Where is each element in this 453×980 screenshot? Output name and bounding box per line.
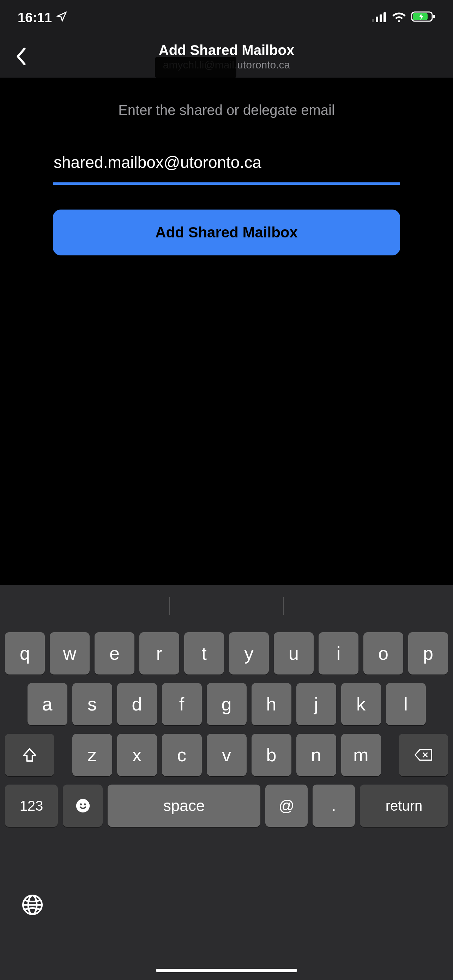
key-m[interactable]: m	[341, 734, 381, 776]
key-k[interactable]: k	[341, 683, 381, 725]
svg-rect-1	[376, 17, 378, 22]
key-h[interactable]: h	[251, 683, 291, 725]
key-a[interactable]: a	[27, 683, 67, 725]
key-j[interactable]: j	[296, 683, 336, 725]
key-s[interactable]: s	[72, 683, 112, 725]
key-shift[interactable]	[5, 734, 54, 776]
home-indicator[interactable]	[156, 969, 297, 972]
keyboard-predictive-bar	[0, 585, 453, 627]
status-left: 16:11	[17, 10, 67, 25]
key-period[interactable]: .	[313, 784, 355, 827]
svg-rect-0	[372, 19, 374, 22]
wifi-icon	[392, 10, 407, 25]
predictive-separator	[283, 597, 284, 615]
key-u[interactable]: u	[274, 632, 314, 675]
cellular-icon	[372, 10, 387, 25]
shared-mailbox-email-input[interactable]	[53, 150, 400, 185]
location-icon	[56, 10, 67, 25]
page-title: Add Shared Mailbox	[159, 42, 295, 58]
status-right	[372, 10, 436, 25]
keyboard-row-4: 123 space @ . return	[5, 784, 448, 827]
keyboard-bottom-bar	[0, 840, 453, 980]
key-t[interactable]: t	[184, 632, 224, 675]
key-x[interactable]: x	[117, 734, 157, 776]
svg-rect-3	[383, 12, 386, 22]
globe-icon[interactable]	[21, 894, 44, 916]
svg-point-11	[84, 803, 86, 805]
key-e[interactable]: e	[95, 632, 134, 675]
svg-rect-2	[380, 14, 382, 22]
key-backspace[interactable]	[399, 734, 448, 776]
predictive-separator	[169, 597, 170, 615]
add-shared-mailbox-button[interactable]: Add Shared Mailbox	[53, 210, 400, 255]
key-c[interactable]: c	[162, 734, 202, 776]
status-time: 16:11	[17, 10, 52, 25]
key-p[interactable]: p	[408, 632, 448, 675]
key-w[interactable]: w	[50, 632, 90, 675]
nav-titles: Add Shared Mailbox amychl.li@mail.utoron…	[159, 42, 295, 71]
key-v[interactable]: v	[207, 734, 246, 776]
key-f[interactable]: f	[162, 683, 202, 725]
key-i[interactable]: i	[319, 632, 358, 675]
keyboard-row-3: z x c v b n m	[5, 734, 448, 776]
key-q[interactable]: q	[5, 632, 45, 675]
keyboard: q w e r t y u i o p a s d f g h j k l	[0, 585, 453, 980]
battery-charging-icon	[412, 10, 436, 25]
status-bar: 16:11	[0, 0, 453, 35]
back-button[interactable]	[11, 46, 32, 67]
key-b[interactable]: b	[251, 734, 291, 776]
svg-point-10	[80, 803, 82, 805]
keyboard-row-1: q w e r t y u i o p	[5, 632, 448, 675]
page-subtitle: amychl.li@mail.utoronto.ca	[159, 59, 295, 71]
key-l[interactable]: l	[386, 683, 426, 725]
key-emoji[interactable]	[63, 784, 103, 827]
redaction-mask	[155, 57, 236, 78]
key-space[interactable]: space	[108, 784, 261, 827]
svg-rect-6	[433, 15, 435, 18]
svg-point-9	[76, 799, 89, 813]
key-n[interactable]: n	[296, 734, 336, 776]
key-return[interactable]: return	[360, 784, 448, 827]
key-at[interactable]: @	[265, 784, 308, 827]
prompt-text: Enter the shared or delegate email	[0, 102, 453, 118]
keyboard-row-2: a s d f g h j k l	[5, 683, 448, 725]
key-d[interactable]: d	[117, 683, 157, 725]
key-g[interactable]: g	[207, 683, 246, 725]
key-numbers[interactable]: 123	[5, 784, 58, 827]
key-y[interactable]: y	[229, 632, 269, 675]
nav-bar: Add Shared Mailbox amychl.li@mail.utoron…	[0, 35, 453, 78]
key-o[interactable]: o	[363, 632, 403, 675]
content-area: Enter the shared or delegate email Add S…	[0, 78, 453, 585]
key-z[interactable]: z	[72, 734, 112, 776]
key-r[interactable]: r	[139, 632, 179, 675]
